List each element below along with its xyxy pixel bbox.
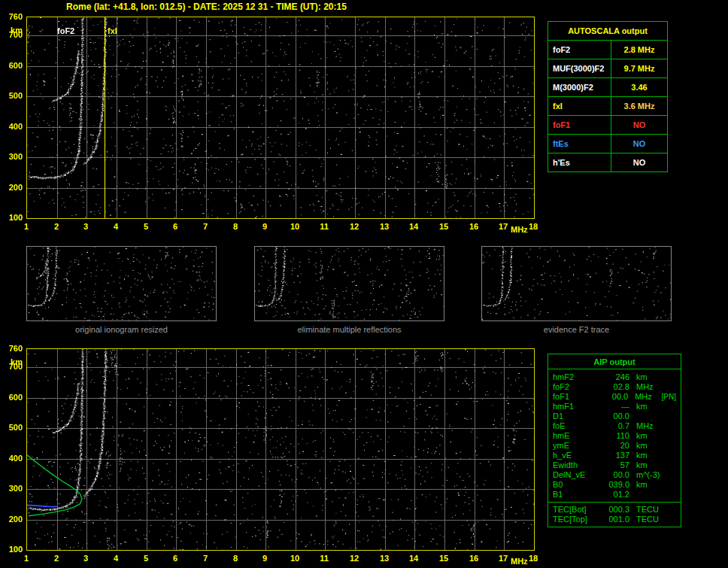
- x-tick-label-bottom: 7: [198, 554, 213, 563]
- aip-row: h_vE137km: [553, 451, 676, 460]
- aip-row: foE0.7MHz: [553, 421, 676, 431]
- aip-param-value: 110: [596, 431, 629, 441]
- autoscala-param-label: foF1: [548, 116, 611, 135]
- y-tick-label-top: 200: [2, 183, 23, 192]
- aip-tec-rows: TEC[Bot]000.3TECUTEC[Top]001.0TECU: [548, 502, 681, 527]
- x-axis-unit-top: MHz: [511, 225, 528, 234]
- x-tick-label-top: 11: [317, 222, 332, 231]
- x-tick-label-bottom: 9: [257, 554, 272, 563]
- aip-param-value: 039.0: [596, 480, 629, 490]
- x-tick-label-bottom: 2: [49, 554, 64, 563]
- aip-param-name: foF2: [553, 382, 596, 392]
- thumb-original-ionogram: [26, 246, 217, 321]
- aip-param-name: ymE: [553, 441, 596, 451]
- aip-param-name: foF1: [553, 392, 596, 402]
- x-tick-label-top: 6: [168, 222, 183, 231]
- aip-param-value: 01.2: [596, 490, 629, 500]
- aip-param-extra: [663, 470, 676, 480]
- aip-param-unit: km: [636, 402, 663, 412]
- y-tick-label-top: 100: [2, 213, 23, 222]
- x-tick-label-top: 16: [466, 222, 481, 231]
- y-tick-label-bottom: 100: [2, 545, 23, 554]
- thumb-original-caption: original ionogram resized: [26, 325, 217, 334]
- x-tick-label-bottom: 12: [347, 554, 362, 563]
- x-tick-label-bottom: 17: [496, 554, 511, 563]
- aip-param-value: 000.3: [596, 505, 629, 515]
- aip-param-unit: km: [636, 480, 663, 490]
- aip-param-extra: [663, 441, 676, 451]
- aip-row: TEC[Bot]000.3TECU: [553, 505, 676, 515]
- aip-row: B0039.0km: [553, 480, 676, 490]
- x-tick-label-top: 12: [347, 222, 362, 231]
- autoscala-param-value: NO: [611, 153, 668, 172]
- x-tick-label-top: 18: [526, 222, 541, 231]
- autoscala-window: Rome (lat: +41.8, lon: 012.5) - DATE: 20…: [0, 0, 728, 568]
- station-title: Rome (lat: +41.8, lon: 012.5) - DATE: 20…: [66, 2, 347, 12]
- autoscala-param-value: NO: [611, 135, 668, 153]
- x-tick-label-top: 10: [287, 222, 302, 231]
- aip-param-value: ---: [596, 402, 629, 412]
- y-tick-label-bottom: 500: [2, 423, 23, 432]
- autoscala-row: M(3000)F23.46: [548, 78, 668, 97]
- aip-param-extra: [663, 431, 676, 441]
- autoscala-row: ftEsNO: [548, 135, 668, 153]
- autoscala-param-label: h'Es: [548, 153, 611, 172]
- aip-param-name: D1: [553, 412, 596, 421]
- x-tick-label-top: 14: [406, 222, 421, 231]
- x-tick-label-bottom: 1: [19, 554, 34, 563]
- x-axis-unit-bottom: MHz: [511, 557, 528, 566]
- aip-row: ymE20km: [553, 441, 676, 451]
- aip-param-unit: [636, 412, 663, 421]
- aip-param-name: B0: [553, 480, 596, 490]
- x-tick-label-top: 8: [228, 222, 243, 231]
- x-tick-label-bottom: 16: [466, 554, 481, 563]
- aip-param-unit: TECU: [636, 515, 663, 524]
- x-tick-label-top: 4: [108, 222, 123, 231]
- aip-param-extra: [PN]: [662, 392, 676, 402]
- y-tick-label-top: 400: [2, 122, 23, 131]
- x-tick-label-bottom: 3: [78, 554, 93, 563]
- x-tick-label-bottom: 15: [436, 554, 451, 563]
- aip-row: hmE110km: [553, 431, 676, 441]
- autoscala-param-value: 2.8 MHz: [611, 41, 668, 59]
- aip-param-unit: [636, 490, 663, 500]
- y-axis-unit-bottom: km: [2, 357, 23, 366]
- aip-param-name: h_vE: [553, 451, 596, 460]
- x-tick-label-top: 9: [257, 222, 272, 231]
- aip-param-unit: km: [636, 441, 663, 451]
- autoscala-row: MUF(3000)F29.7 MHz: [548, 59, 668, 78]
- aip-param-value: 20: [596, 441, 629, 451]
- aip-param-unit: m^(-3): [636, 470, 663, 480]
- aip-param-name: Ewidth: [553, 460, 596, 470]
- x-tick-label-top: 15: [436, 222, 451, 231]
- x-tick-label-top: 17: [496, 222, 511, 231]
- aip-param-name: B1: [553, 490, 596, 500]
- aip-row: B101.2: [553, 490, 676, 500]
- aip-param-extra: [663, 505, 676, 515]
- aip-param-unit: MHz: [636, 421, 663, 431]
- x-tick-label-top: 3: [78, 222, 93, 231]
- foF2-trace-label: foF2: [57, 26, 74, 35]
- aip-param-unit: km: [636, 372, 663, 382]
- thumb-evidence-canvas: [482, 247, 671, 320]
- y-tick-label-bottom: 300: [2, 484, 23, 493]
- autoscala-param-label: ftEs: [548, 135, 611, 153]
- aip-param-extra: [663, 402, 676, 412]
- aip-param-name: hmF1: [553, 402, 596, 412]
- aip-row: hmF2246km: [553, 372, 676, 382]
- thumb-evidence-caption: evidence F2 trace: [481, 325, 672, 334]
- x-tick-label-bottom: 18: [526, 554, 541, 563]
- x-tick-label-bottom: 8: [228, 554, 243, 563]
- thumb-original-canvas: [27, 247, 216, 320]
- y-tick-label-bottom: 200: [2, 515, 23, 524]
- aip-param-name: TEC[Top]: [553, 515, 596, 524]
- aip-param-extra: [663, 460, 676, 470]
- aip-param-extra: [663, 412, 676, 421]
- y-tick-label-bottom: 760: [2, 344, 23, 353]
- aip-param-value: 0.7: [596, 421, 629, 431]
- aip-param-value: 02.8: [596, 382, 629, 392]
- x-tick-label-bottom: 10: [287, 554, 302, 563]
- aip-param-unit: MHz: [635, 392, 661, 402]
- y-tick-label-bottom: 400: [2, 454, 23, 463]
- autoscala-param-value: 3.46: [611, 78, 668, 97]
